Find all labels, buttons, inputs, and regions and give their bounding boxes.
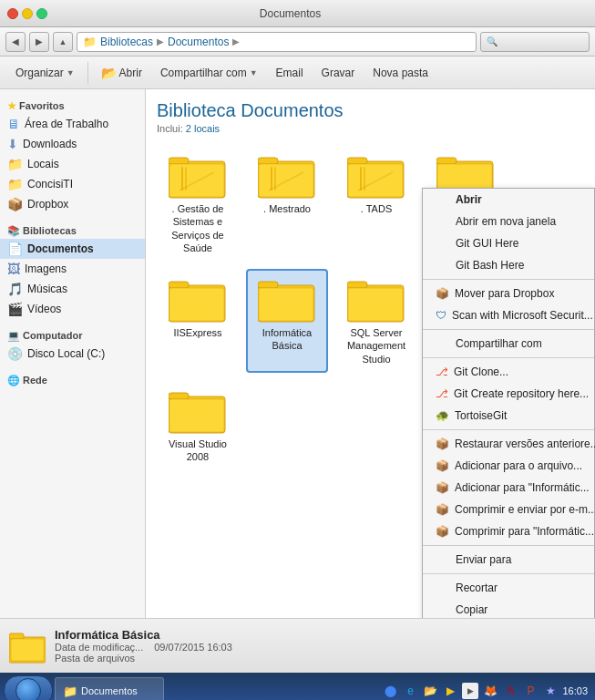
folder-item-1[interactable]: . Mestrado [246,145,328,262]
ctx-item-copy[interactable]: Copiar [423,599,594,618]
forward-button[interactable]: ▶ [29,32,49,52]
status-info: Informática Básica Data de modificaç... … [55,628,232,664]
tray-icon-extra[interactable]: ★ [542,683,559,699]
path-segment-documentos[interactable]: Documentos [168,36,229,48]
content-title: Biblioteca Documentos [157,100,584,121]
ctx-item-open[interactable]: Abrir [423,189,594,211]
network-label: 🌐 Rede [0,371,145,388]
music-icon: 🎵 [7,282,23,296]
network-icon: 🌐 [7,375,20,386]
ctx-item-git-clone[interactable]: ⎇ Git Clone... [423,361,594,383]
sidebar-item-disk-c[interactable]: 💿 Disco Local (C:) [0,344,145,364]
ctx-item-git-create[interactable]: ⎇ Git Create repository here... [423,383,594,405]
folder-item-4[interactable]: IISExpress [157,269,239,373]
ctx-item-add-archive[interactable]: 📦 Adicionar para o arquivo... [423,455,594,477]
locations-link[interactable]: 2 locais [186,123,220,134]
folder-item-5[interactable]: Informática Básica [246,269,328,373]
folder-item-8[interactable]: Visual Studio 2008 [157,380,239,471]
folder-icon [169,276,227,324]
path-segment-libraries[interactable]: Bibliotecas [100,36,153,48]
svg-rect-8 [259,164,313,197]
git-ctx-icon: ⎇ [436,387,448,400]
search-button[interactable]: 🔍 [480,32,590,52]
ctx-item-cut[interactable]: Recortar [423,577,594,599]
tortoise-ctx-icon: 🐢 [436,409,449,422]
sidebar-item-locais[interactable]: 📁 Locais [0,154,145,174]
folder-icon [347,152,405,200]
ctx-item-add-info[interactable]: 📦 Adicionar para "Informátic... [423,477,594,499]
email-button[interactable]: Email [268,62,312,84]
close-button[interactable] [7,8,18,19]
share-dropdown-arrow: ▼ [250,68,258,77]
ctx-item-compress-email[interactable]: 📦 Comprimir e enviar por e-m... [423,499,594,520]
rar-ctx-icon: 📦 [436,525,449,538]
open-button[interactable]: 📂 Abrir [93,61,150,85]
shield-ctx-icon: 🛡 [436,309,446,322]
new-folder-button[interactable]: Nova pasta [364,62,436,84]
start-button[interactable] [4,675,53,700]
ctx-item-tortoisegit[interactable]: 🐢 TortoiseGit [423,405,594,427]
ctx-item-git-bash[interactable]: Git Bash Here [423,254,594,276]
ctx-separator-21 [423,573,594,574]
record-button[interactable]: Gravar [313,62,364,84]
sidebar-imagens-label: Imagens [25,262,67,275]
sidebar-item-musicas[interactable]: 🎵 Músicas [0,279,145,299]
sidebar-item-imagens[interactable]: 🖼 Imagens [0,259,145,279]
maximize-button[interactable] [36,8,47,19]
downloads-icon: ⬇ [7,137,18,151]
minimize-button[interactable] [22,8,33,19]
svg-rect-13 [347,158,367,164]
ctx-item-git-gui[interactable]: Git GUI Here [423,232,594,254]
content-header: Biblioteca Documentos Inclui: 2 locais [157,100,584,134]
sidebar-dropbox-label: Dropbox [27,198,68,211]
share-button[interactable]: Compartilhar com ▼ [152,62,266,84]
svg-rect-19 [436,158,457,164]
tray-icon-wmp[interactable]: ▶ [462,683,478,699]
folder-item-2[interactable]: . TADS [335,145,417,262]
path-separator-1: ▶ [157,36,164,46]
tray-icon-pdf[interactable]: A [502,683,518,699]
sidebar-concisiti-label: ConcisiTI [27,178,73,190]
svg-rect-28 [347,282,367,288]
tray-icon-ie[interactable]: e [402,683,418,699]
sidebar-item-dropbox[interactable]: 📦 Dropbox [0,194,145,214]
status-type: Pasta de arquivos [55,653,232,664]
tray-icon-ppt[interactable]: P [522,683,539,699]
organize-label: Organizar [15,67,64,79]
folder-item-6[interactable]: SQL Server Management Studio [335,269,417,373]
back-button[interactable]: ◀ [5,32,26,52]
ctx-item-open-new[interactable]: Abrir em nova janela [423,211,594,232]
ctx-item-compress-info[interactable]: 📦 Comprimir para "Informátic... [423,520,594,542]
folder-name-5: Informática Básica [251,326,323,353]
images-icon: 🖼 [7,262,20,276]
ctx-item-share[interactable]: Compartilhar com [423,333,594,355]
organize-button[interactable]: Organizar ▼ [7,62,83,84]
sidebar-item-documentos[interactable]: 📄 Documentos [0,239,145,259]
git-ctx-icon: ⎇ [436,365,448,378]
sidebar-item-desktop[interactable]: 🖥 Área de Trabalho [0,114,145,134]
title-bar-controls [7,8,47,19]
svg-rect-37 [9,633,24,639]
ctx-item-move-dropbox[interactable]: 📦 Mover para Dropbox [423,283,594,304]
sidebar-item-downloads[interactable]: ⬇ Downloads [0,134,145,154]
disk-icon: 💿 [7,346,23,361]
ctx-item-scan[interactable]: 🛡 Scan with Microsoft Securit... [423,304,594,326]
sidebar-item-concisiti[interactable]: 📁 ConcisiTI [0,174,145,194]
tray-icon-explorer[interactable]: 📂 [422,683,438,699]
tray-icon-firefox[interactable]: 🦊 [482,683,498,699]
tray-icon-chrome[interactable]: ⬤ [382,683,398,699]
status-folder-icon [9,628,46,664]
address-path[interactable]: 📁 Bibliotecas ▶ Documentos ▶ [77,32,477,52]
tray-icon-media[interactable]: ▶ [442,683,458,699]
sidebar-desktop-label: Área de Trabalho [25,118,108,130]
sidebar-item-videos[interactable]: 🎬 Vídeos [0,299,145,319]
ctx-item-send-to[interactable]: Enviar para [423,549,594,571]
dropbox-ctx-icon: 📦 [436,287,449,300]
up-button[interactable]: ▲ [53,32,73,52]
taskbar-active-window[interactable]: 📁 Documentos [55,677,164,700]
folder-icon [169,152,227,200]
ctx-item-restore[interactable]: 📦 Restaurar versões anteriore... [423,433,594,455]
svg-rect-1 [169,158,189,164]
folder-item-0[interactable]: . Gestão de Sistemas e Serviços de Saúde [157,145,239,262]
svg-rect-15 [360,167,362,190]
